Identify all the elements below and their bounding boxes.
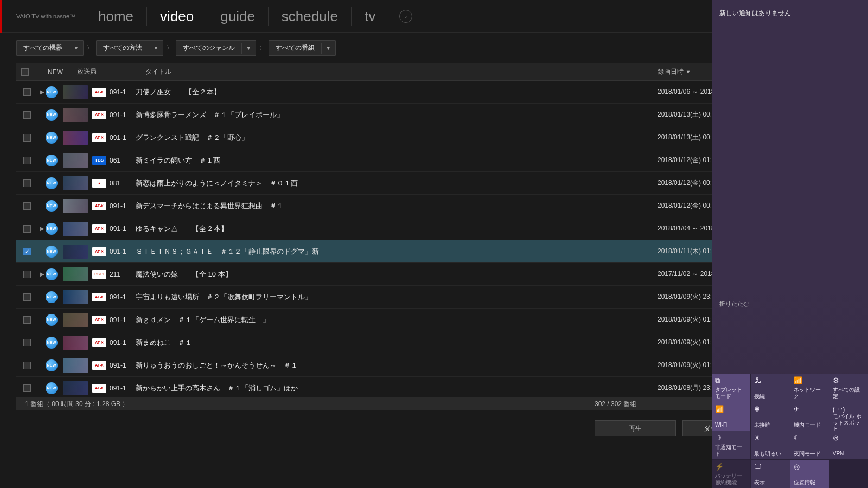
thumbnail [63, 290, 88, 304]
tile-label: VPN [833, 451, 865, 457]
tile-icon: 📶 [794, 376, 826, 384]
tile-icon: ⚡ [715, 463, 747, 471]
tile-label: 非通知モード [715, 444, 747, 457]
channel-number: 091-1 [110, 88, 131, 96]
channel-number: 091-1 [110, 111, 131, 119]
program-title: 刀使ノ巫女 【全 2 本】 [131, 87, 658, 97]
tile-icon: (ဎ) [833, 405, 865, 413]
quick-tile-接続[interactable]: 🖧接続 [751, 374, 789, 402]
filter-device[interactable]: すべての機器▼ [16, 40, 84, 56]
thumbnail [63, 381, 88, 395]
row-checkbox[interactable] [23, 316, 31, 324]
quick-tile-すべての設定[interactable]: ⚙すべての設定 [829, 374, 868, 402]
row-checkbox[interactable] [23, 202, 31, 210]
tile-icon: 🖧 [754, 376, 786, 384]
quick-tile-位置情報[interactable]: ◎位置情報 [790, 460, 829, 488]
quick-tile-機内モード[interactable]: ✈機内モード [790, 402, 829, 431]
tile-icon: ☽ [715, 434, 747, 442]
row-checkbox[interactable] [23, 384, 31, 392]
channel-logo: AT-X [92, 361, 106, 370]
tile-icon: ☀ [754, 434, 786, 442]
tile-icon: ⚙ [833, 376, 865, 384]
thumbnail [63, 131, 88, 145]
collapse-button[interactable]: 折りたたむ [719, 300, 749, 308]
thumbnail [63, 222, 88, 236]
row-checkbox[interactable] [23, 225, 31, 233]
tile-label: 夜間モード [794, 451, 826, 457]
tile-label: 位置情報 [794, 479, 826, 486]
quick-tile-夜間モード[interactable]: ☾夜間モード [790, 431, 829, 459]
channel-logo: AT-X [92, 338, 106, 347]
row-checkbox[interactable] [23, 157, 31, 164]
quick-tile-表示[interactable]: 🖵表示 [751, 460, 789, 488]
row-checkbox[interactable] [23, 134, 31, 142]
nav-tv[interactable]: tv [351, 7, 388, 26]
nav-more-button[interactable]: ⌄ [399, 10, 412, 23]
tile-label: Wi-Fi [715, 422, 747, 428]
nav-schedule[interactable]: schedule [268, 7, 351, 26]
chevron-down-icon[interactable]: ▼ [321, 43, 335, 54]
breadcrumb-separator: 〉 [87, 44, 93, 52]
program-title: 新まめねこ ＃１ [131, 338, 658, 348]
thumbnail [63, 336, 88, 350]
row-checkbox[interactable] [23, 271, 31, 278]
row-checkbox[interactable] [23, 362, 31, 369]
quick-tile-VPN[interactable]: ⊚VPN [829, 431, 868, 459]
thumbnail [63, 153, 88, 168]
play-button[interactable]: 再生 [595, 420, 676, 436]
quick-tile-最も明るい[interactable]: ☀最も明るい [751, 431, 789, 459]
breadcrumb-separator: 〉 [167, 44, 173, 52]
program-title: ゆるキャン△ 【全 2 本】 [131, 224, 658, 234]
row-checkbox[interactable] [23, 293, 31, 301]
row-checkbox[interactable] [23, 179, 31, 187]
new-badge: NEW [46, 337, 58, 349]
program-title: ＳＴＥＩＮＳ；ＧＡＴＥ ＃１２「静止限界のドグマ」新 [131, 247, 658, 256]
channel-number: 061 [110, 157, 131, 164]
thumbnail [63, 108, 88, 122]
new-badge: NEW [46, 132, 58, 144]
quick-tile-非通知モード[interactable]: ☽非通知モード [712, 431, 750, 459]
tile-label: 未接続 [754, 422, 786, 428]
program-title: グランクレスト戦記 ＃２「野心」 [131, 133, 658, 143]
chevron-down-icon[interactable]: ▼ [149, 43, 163, 54]
row-checkbox[interactable]: ✓ [23, 248, 31, 255]
channel-number: 091-1 [110, 316, 131, 324]
row-checkbox[interactable] [23, 339, 31, 346]
chevron-down-icon[interactable]: ▼ [69, 43, 83, 54]
filter-program[interactable]: すべての番組▼ [269, 40, 336, 56]
new-badge: NEW [46, 200, 58, 212]
filter-genre[interactable]: すべてのジャンル▼ [176, 40, 256, 56]
column-station[interactable]: 放送局 [77, 67, 145, 76]
column-title[interactable]: タイトル [145, 67, 658, 76]
thumbnail [63, 313, 88, 327]
tile-icon: ⊚ [833, 434, 865, 442]
filter-method[interactable]: すべての方法▼ [96, 40, 163, 56]
quick-tile-Wi-Fi[interactable]: 📶Wi-Fi [712, 402, 750, 431]
quick-tile-ネットワーク[interactable]: 📶ネットワーク [790, 374, 829, 402]
chevron-down-icon[interactable]: ▼ [241, 43, 256, 54]
tile-icon: ✱ [754, 405, 786, 413]
nav-video[interactable]: video [146, 7, 207, 26]
channel-logo: TBS [92, 156, 106, 165]
row-checkbox[interactable] [23, 88, 31, 96]
channel-logo: ● [92, 179, 106, 188]
channel-logo: AT-X [92, 247, 106, 256]
new-badge: NEW [46, 246, 58, 258]
thumbnail [63, 358, 88, 373]
channel-logo: AT-X [92, 202, 106, 210]
nav-guide[interactable]: guide [207, 7, 268, 26]
quick-tile-タブレット-モード[interactable]: ⧉タブレット モード [712, 374, 750, 402]
nav-home[interactable]: home [85, 7, 146, 26]
tile-icon: ⧉ [715, 376, 747, 384]
quick-tile-モバイル-ホットスポット[interactable]: (ဎ)モバイル ホットスポット [829, 402, 868, 431]
column-new[interactable]: NEW [34, 68, 77, 76]
thumbnail [63, 199, 88, 213]
quick-tile-未接続[interactable]: ✱未接続 [751, 402, 789, 431]
channel-number: 091-1 [110, 362, 131, 369]
tile-label: 接続 [754, 393, 786, 400]
row-checkbox[interactable] [23, 111, 31, 119]
select-all-checkbox[interactable] [21, 68, 29, 76]
tile-icon: 🖵 [754, 463, 786, 471]
channel-number: 091-1 [110, 225, 131, 233]
program-title: 宇宙よりも遠い場所 ＃２「歌舞伎町フリーマントル」 [131, 292, 658, 302]
